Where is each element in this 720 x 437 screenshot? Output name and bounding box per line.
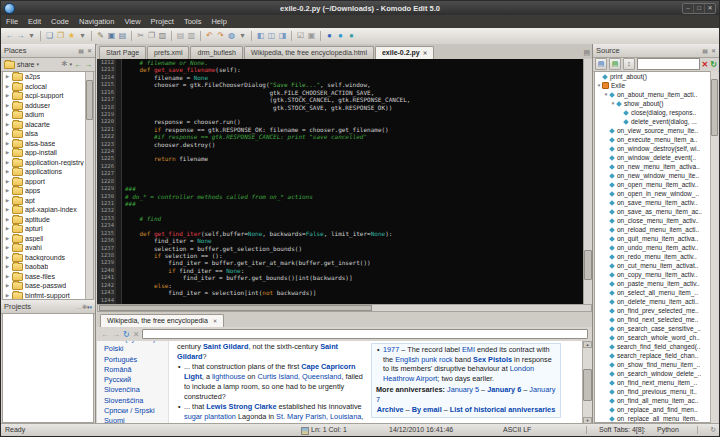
source-tree-item[interactable]: on_save_menu_item_activ.. bbox=[595, 198, 717, 207]
wiki-link[interactable]: lighthouse bbox=[212, 372, 245, 381]
source-tree-item[interactable]: on_replace_all_menu_item.. bbox=[595, 414, 717, 423]
tab-prefs-xml[interactable]: prefs.xml bbox=[147, 46, 189, 59]
source-sort-button[interactable]: ↕ bbox=[623, 58, 635, 70]
places-back-button[interactable]: ← bbox=[74, 60, 82, 69]
language-link[interactable]: Português bbox=[104, 355, 168, 365]
menu-project[interactable]: Project bbox=[146, 17, 179, 26]
expander-icon[interactable]: ▶ bbox=[5, 207, 10, 212]
places-item-application-registry[interactable]: ▶application-registry bbox=[3, 158, 93, 168]
expander-icon[interactable]: ▶ bbox=[5, 293, 10, 298]
expander-icon[interactable]: ▶ bbox=[5, 226, 10, 231]
editor-horizontal-scrollbar[interactable] bbox=[97, 304, 592, 312]
places-forward-button[interactable]: → bbox=[84, 60, 92, 69]
expander-icon[interactable]: ▶ bbox=[5, 283, 10, 288]
source-tree-item[interactable]: print_about() bbox=[595, 72, 717, 81]
language-link[interactable]: Српски / Srpski bbox=[104, 406, 168, 416]
undo-icon[interactable]: ↶ bbox=[204, 30, 215, 42]
editor-vertical-scrollbar[interactable] bbox=[583, 59, 592, 304]
current-folder-label[interactable]: share bbox=[17, 61, 35, 68]
places-item-aptitude[interactable]: ▶aptitude bbox=[3, 215, 93, 225]
language-link[interactable]: Slovenščina bbox=[104, 396, 168, 406]
wiki-link[interactable]: EMI bbox=[462, 345, 475, 354]
expander-icon[interactable]: ▶ bbox=[5, 93, 10, 98]
expander-icon[interactable]: ▶ bbox=[5, 217, 10, 222]
source-tree-item[interactable]: on_execute_menu_item_a.. bbox=[595, 135, 717, 144]
copy-icon[interactable]: ❐ bbox=[146, 30, 157, 42]
source-tree-item[interactable]: on_find_next_selected_me.. bbox=[595, 315, 717, 324]
browser-url-input[interactable] bbox=[142, 329, 588, 339]
web-icon[interactable]: ◍ bbox=[226, 30, 237, 42]
source-tree-item[interactable]: on_redo_menu_item_activ.. bbox=[595, 252, 717, 261]
maximize-button[interactable]: □ bbox=[693, 4, 704, 13]
expander-icon[interactable]: ▶ bbox=[5, 264, 10, 269]
places-item-binfmt-support[interactable]: ▶binfmt-support bbox=[3, 291, 93, 301]
source-tree-item[interactable]: search_replace_field_chan.. bbox=[595, 351, 717, 360]
wiki-link[interactable]: Saint Gildard bbox=[203, 342, 248, 351]
menu-edit[interactable]: Edit bbox=[23, 17, 46, 26]
tab-start-page[interactable]: Start Page bbox=[99, 46, 146, 59]
minimize-button[interactable]: – bbox=[683, 4, 693, 13]
places-item-apt[interactable]: ▶apt bbox=[3, 196, 93, 206]
redo-icon[interactable]: ↷ bbox=[215, 30, 226, 42]
wiki-link[interactable]: St. Mary Parish, Louisiana bbox=[276, 412, 361, 421]
places-item-apt-xapian-index[interactable]: ▶apt-xapian-index bbox=[3, 205, 93, 215]
wiki-link[interactable]: Archive bbox=[377, 405, 404, 414]
save-all-icon[interactable]: ▤ bbox=[117, 30, 128, 42]
browser-tab[interactable]: Wikipedia, the free encyclopedia ✕ bbox=[100, 314, 224, 327]
back-icon[interactable]: ← bbox=[4, 30, 15, 42]
source-tree-item[interactable]: on_replace_and_find_men.. bbox=[595, 405, 717, 414]
wiki-link[interactable]: 1977 bbox=[383, 345, 399, 354]
language-link[interactable]: Română bbox=[104, 365, 168, 375]
browser-scrollbar[interactable]: ▲ ▼ bbox=[582, 341, 592, 424]
places-item-base-files[interactable]: ▶base-files bbox=[3, 272, 93, 282]
source-group-button[interactable]: ▤ bbox=[609, 58, 621, 70]
wiki-link[interactable]: English punk rock bbox=[395, 355, 453, 364]
expander-icon[interactable]: ▶ bbox=[5, 245, 10, 250]
source-tree-item[interactable]: on_search_whole_word_ch.. bbox=[595, 333, 717, 342]
web-dropdown-icon[interactable]: ▾ bbox=[237, 30, 248, 42]
expander-icon[interactable]: ▶ bbox=[5, 179, 10, 184]
places-item-adduser[interactable]: ▶adduser bbox=[3, 101, 93, 111]
source-tree-item[interactable]: on_show_find_menu_item_.. bbox=[595, 360, 717, 369]
wiki-link[interactable]: List of historical anniversaries bbox=[450, 405, 555, 414]
tab-close-icon[interactable]: ✕ bbox=[423, 50, 428, 56]
source-tree-item[interactable]: on_view_source_menu_ite.. bbox=[595, 126, 717, 135]
places-item-aclocal[interactable]: ▶aclocal bbox=[3, 82, 93, 92]
wiki-link[interactable]: Curtis Island, Queensland bbox=[257, 372, 341, 381]
browser-forward-icon[interactable]: → bbox=[112, 330, 120, 339]
source-tree-item[interactable]: on_undo_menu_item_activ.. bbox=[595, 243, 717, 252]
menu-view[interactable]: View bbox=[119, 17, 145, 26]
expander-icon[interactable]: ▶ bbox=[5, 103, 10, 108]
source-tree-item[interactable]: on_window_destroy(self, wi.. bbox=[595, 144, 717, 153]
places-item-app-install[interactable]: ▶app-install bbox=[3, 148, 93, 158]
places-item-aspell[interactable]: ▶aspell bbox=[3, 234, 93, 244]
source-scrollbar[interactable] bbox=[710, 71, 718, 423]
source-tree-item[interactable]: on_new_window_menu_ite.. bbox=[595, 171, 717, 180]
menu-help[interactable]: Help bbox=[206, 17, 231, 26]
browser-stop-icon[interactable]: ✕ bbox=[133, 330, 140, 339]
expander-icon[interactable]: ▶ bbox=[5, 160, 10, 165]
nav-dropdown-icon[interactable]: ▾ bbox=[26, 30, 37, 42]
expander-icon[interactable]: ▶ bbox=[5, 84, 10, 89]
menu-navigation[interactable]: Navigation bbox=[74, 17, 119, 26]
tab-exile-0-2-py[interactable]: exile-0.2.py✕ bbox=[375, 46, 434, 59]
source-tree-item[interactable]: on_save_as_menu_item_ac.. bbox=[595, 207, 717, 216]
source-tree-item[interactable]: on_open_in_new_window_.. bbox=[595, 189, 717, 198]
places-scroll-thumb[interactable] bbox=[86, 80, 93, 120]
open-file-icon[interactable]: ❐ bbox=[55, 30, 66, 42]
tab-drm-buflesh[interactable]: drm_buflesh bbox=[190, 46, 243, 59]
places-item-alsa-base[interactable]: ▶alsa-base bbox=[3, 139, 93, 149]
expander-icon[interactable]: ▶ bbox=[5, 74, 10, 79]
source-tree-item[interactable]: on_open_menu_item_activ.. bbox=[595, 180, 717, 189]
expander-icon[interactable]: ▶ bbox=[5, 274, 10, 279]
places-item-adium[interactable]: ▶adium bbox=[3, 110, 93, 120]
expander-icon[interactable]: ▶ bbox=[5, 131, 10, 136]
source-tree-item[interactable]: delete_event(dialog, ... bbox=[595, 117, 717, 126]
places-item-apport[interactable]: ▶apport bbox=[3, 177, 93, 187]
status-soft-tabs[interactable]: Soft Tabs: 4[8]: bbox=[599, 425, 646, 435]
cut-icon[interactable]: ✂ bbox=[135, 30, 146, 42]
status-cursor-position[interactable]: Ln: 1 Col: 1 bbox=[311, 425, 347, 435]
places-menu-icon[interactable]: ▤ bbox=[78, 47, 84, 54]
source-tree-item[interactable]: on_window_delete_event(.. bbox=[595, 153, 717, 162]
source-tree-item[interactable]: on_quit_menu_item_activa.. bbox=[595, 234, 717, 243]
